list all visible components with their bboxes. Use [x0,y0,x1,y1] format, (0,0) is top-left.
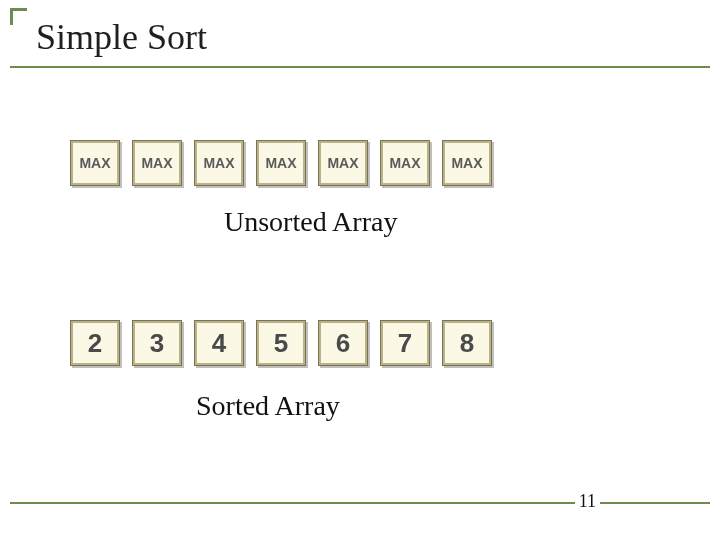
array-cell: MAX [256,140,306,186]
array-cell: MAX [70,140,120,186]
corner-decoration [10,8,27,25]
array-cell: 2 [70,320,120,366]
slide: Simple Sort MAX MAX MAX MAX MAX MAX MAX … [0,0,720,540]
array-cell: 8 [442,320,492,366]
array-cell: MAX [380,140,430,186]
footer-rule [10,502,710,504]
title-underline [10,66,710,68]
sorted-array-row: 2 3 4 5 6 7 8 [70,320,492,366]
array-cell: 7 [380,320,430,366]
array-cell: 4 [194,320,244,366]
slide-title: Simple Sort [36,16,207,58]
unsorted-array-row: MAX MAX MAX MAX MAX MAX MAX [70,140,492,186]
array-cell: 5 [256,320,306,366]
array-cell: MAX [318,140,368,186]
page-number: 11 [575,491,600,512]
array-cell: 3 [132,320,182,366]
unsorted-caption: Unsorted Array [224,206,397,238]
array-cell: MAX [442,140,492,186]
sorted-caption: Sorted Array [196,390,340,422]
array-cell: 6 [318,320,368,366]
array-cell: MAX [194,140,244,186]
array-cell: MAX [132,140,182,186]
